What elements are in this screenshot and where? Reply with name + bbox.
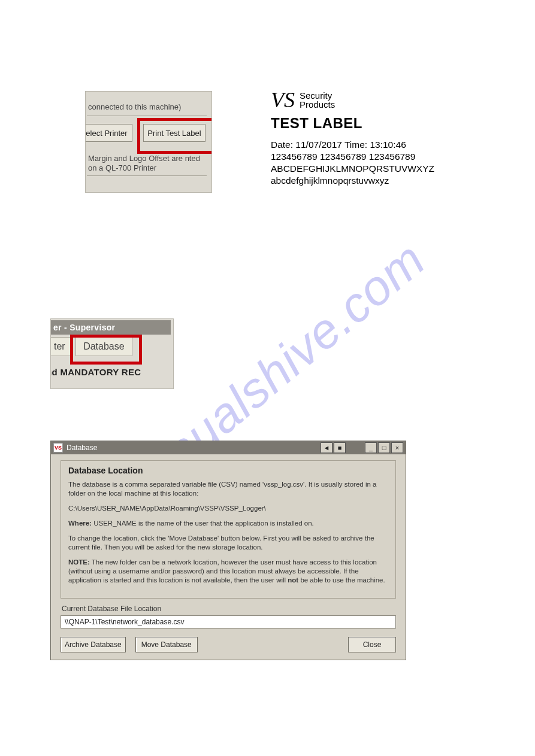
test-label-heading: TEST LABEL xyxy=(271,115,468,132)
divider-line xyxy=(87,175,207,176)
vs-logo-text: VS xyxy=(271,91,295,109)
logo-line-products: Products xyxy=(300,100,335,109)
move-database-button[interactable]: Move Database xyxy=(135,637,198,652)
window-close-button[interactable]: × xyxy=(391,442,403,453)
screenshot-database-tab: er - Supervisor ter Database nd MANDATOR… xyxy=(50,318,174,389)
close-button[interactable]: Close xyxy=(348,637,396,652)
maximize-button[interactable]: □ xyxy=(378,442,390,453)
titlebar-extra-button-1[interactable]: ◄ xyxy=(321,442,333,453)
database-dialog: VS Database ◄ ■ _ □ × Database Location … xyxy=(50,441,406,660)
uppercase-line: ABCDEFGHIJKLMNOPQRSTUVWXYZ xyxy=(271,163,468,175)
window-title-fragment: er - Supervisor xyxy=(50,320,171,335)
archive-database-button[interactable]: Archive Database xyxy=(61,637,126,652)
app-icon: VS xyxy=(53,443,63,453)
hint-connected: connected to this machine) xyxy=(88,102,181,111)
minimize-button[interactable]: _ xyxy=(365,442,377,453)
current-db-label: Current Database File Location xyxy=(62,605,396,613)
divider-line xyxy=(87,116,207,116)
select-printer-button[interactable]: elect Printer xyxy=(85,124,132,142)
para-change: To change the location, click the 'Move … xyxy=(68,534,388,552)
section-heading: Database Location xyxy=(68,466,388,475)
para-intro: The database is a comma separated variab… xyxy=(68,480,388,498)
printer-note: Margin and Logo Offset are nted on a QL-… xyxy=(88,154,207,173)
highlight-box xyxy=(70,335,142,365)
lowercase-line: abcdefghijklmnopqrstuvwxyz xyxy=(271,175,468,187)
dialog-title: Database xyxy=(67,444,97,452)
para-default-path: C:\Users\USER_NAME\AppData\Roaming\VSSP\… xyxy=(68,504,388,513)
date-time-line: Date: 11/07/2017 Time: 13:10:46 xyxy=(271,139,468,151)
print-test-label-button[interactable]: Print Test Label xyxy=(143,124,205,142)
para-where: Where: USER_NAME is the name of the user… xyxy=(68,519,388,528)
dialog-titlebar: VS Database ◄ ■ _ □ × xyxy=(51,441,406,454)
screenshot-print-test-label: connected to this machine) elect Printer… xyxy=(85,91,212,193)
logo-line-security: Security xyxy=(300,91,335,100)
current-db-path-field[interactable] xyxy=(61,615,396,629)
para-note: NOTE: The new folder can be a network lo… xyxy=(68,558,388,585)
database-location-group: Database Location The database is a comm… xyxy=(61,460,396,599)
test-label-sample: VS Security Products TEST LABEL Date: 11… xyxy=(271,91,468,187)
titlebar-extra-button-2[interactable]: ■ xyxy=(334,442,346,453)
text-fragment-mandatory: nd MANDATORY REC xyxy=(50,367,141,377)
numbers-line: 123456789 123456789 123456789 xyxy=(271,151,468,163)
